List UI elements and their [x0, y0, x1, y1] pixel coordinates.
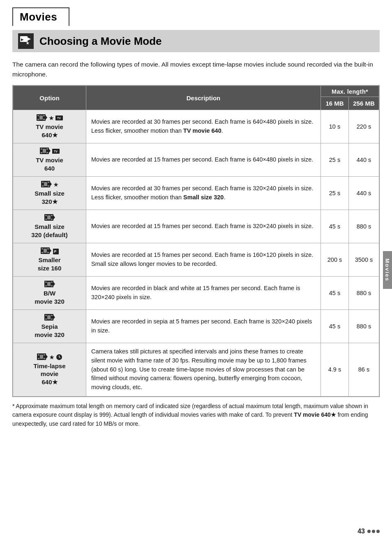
description-cell-4: Movies are recorded at 15 frames per sec…	[86, 243, 321, 277]
table-row: Small size320 (default)Movies are record…	[13, 210, 379, 243]
256mb-cell-2: 440 s	[349, 177, 379, 210]
256mb-cell-4: 3500 s	[349, 243, 379, 277]
svg-rect-19	[43, 149, 46, 153]
option-cell-0: ★TVTV movie640★	[13, 110, 86, 143]
page-dot-1	[367, 530, 371, 533]
256mb-cell-0: 220 s	[349, 110, 379, 143]
svg-text:TV: TV	[54, 150, 58, 153]
th-description: Description	[86, 86, 321, 110]
table-row: ★TVTV movie640★Movies are recorded at 30…	[13, 110, 379, 143]
svg-marker-23	[50, 182, 52, 186]
16mb-cell-6: 45 s	[321, 310, 349, 343]
svg-rect-26	[42, 185, 44, 187]
svg-marker-1	[28, 37, 31, 41]
option-cell-5: B/Wmovie 320	[13, 277, 86, 310]
table-row: B/Wmovie 320Movies are recorded in black…	[13, 277, 379, 310]
description-cell-1: Movies are recorded at 15 frames per sec…	[86, 143, 321, 177]
256mb-cell-3: 880 s	[349, 210, 379, 243]
page-title-area: Movies	[0, 0, 392, 26]
side-tab: Movies	[383, 251, 392, 289]
option-cell-1: TVTV movie640	[13, 143, 86, 177]
page-number: 43	[357, 528, 365, 535]
description-cell-6: Movies are recorded in sepia at 5 frames…	[86, 310, 321, 343]
description-cell-3: Movies are recorded at 15 frames per sec…	[86, 210, 321, 243]
svg-text:TV: TV	[57, 117, 61, 120]
svg-rect-31	[45, 215, 47, 216]
description-cell-2: Movies are recorded at 30 frames per sec…	[86, 177, 321, 210]
section-heading-bar: ▶ ★ Choosing a Movie Mode	[12, 30, 380, 52]
svg-rect-63	[38, 358, 39, 359]
th-option: Option	[13, 86, 86, 110]
svg-rect-17	[41, 152, 42, 153]
page-dots	[367, 530, 380, 533]
svg-rect-47	[45, 282, 47, 283]
svg-rect-42	[44, 249, 47, 253]
16mb-cell-1: 25 s	[321, 143, 349, 177]
svg-rect-41	[47, 252, 49, 253]
svg-rect-27	[48, 185, 49, 187]
svg-rect-15	[41, 148, 42, 150]
table-row: ★Time-lapsemovie640★Camera takes still p…	[13, 343, 379, 397]
svg-marker-37	[50, 249, 51, 253]
svg-text:▶: ▶	[21, 38, 24, 42]
svg-rect-34	[51, 219, 53, 220]
256mb-cell-1: 440 s	[349, 143, 379, 177]
page-dot-2	[372, 530, 375, 533]
svg-rect-9	[43, 119, 45, 120]
svg-rect-18	[46, 152, 48, 153]
table-row: ★Small size320★Movies are recorded at 30…	[13, 177, 379, 210]
svg-rect-32	[51, 215, 53, 216]
description-cell-0: Movies are recorded at 30 frames per sec…	[86, 110, 321, 143]
svg-rect-28	[44, 182, 47, 186]
svg-text:★: ★	[26, 41, 30, 45]
description-cell-5: Movies are recorded in black and white a…	[86, 277, 321, 310]
svg-rect-58	[47, 315, 51, 319]
svg-rect-51	[47, 282, 51, 286]
svg-rect-24	[42, 182, 44, 183]
svg-rect-6	[37, 115, 39, 116]
16mb-cell-7: 4.9 s	[321, 343, 349, 397]
footnote: * Approximate maximum total length on me…	[12, 402, 380, 429]
main-table-wrap: Option Description Max. length* 16 MB 25…	[12, 85, 380, 397]
section-heading-text: Choosing a Movie Mode	[39, 35, 162, 48]
256mb-cell-7: 86 s	[349, 343, 379, 397]
description-cell-7: Camera takes still pictures at specified…	[86, 343, 321, 397]
svg-marker-14	[49, 149, 51, 153]
svg-rect-55	[51, 315, 53, 316]
svg-rect-50	[51, 285, 53, 286]
th-16mb: 16 MB	[321, 97, 349, 110]
svg-rect-38	[42, 248, 43, 249]
svg-marker-53	[53, 315, 55, 319]
svg-rect-64	[44, 358, 45, 359]
svg-rect-35	[47, 215, 51, 219]
svg-rect-16	[46, 148, 48, 150]
option-cell-2: ★Small size320★	[13, 177, 86, 210]
svg-rect-40	[42, 252, 43, 253]
svg-rect-61	[38, 354, 39, 355]
svg-rect-62	[44, 354, 45, 355]
option-cell-7: ★Time-lapsemovie640★	[13, 343, 86, 397]
svg-rect-56	[45, 318, 47, 320]
page-dot-3	[376, 530, 380, 533]
table-row: PSmallersize 160Movies are recorded at 1…	[13, 243, 379, 277]
section-icon-box: ▶ ★	[18, 33, 34, 49]
256mb-cell-6: 880 s	[349, 310, 379, 343]
svg-rect-7	[43, 115, 45, 116]
th-maxlength: Max. length*	[321, 86, 379, 97]
16mb-cell-4: 200 s	[321, 243, 349, 277]
svg-marker-60	[46, 355, 48, 359]
svg-rect-8	[37, 119, 39, 120]
intro-text: The camera can record the following type…	[12, 60, 380, 79]
16mb-cell-5: 45 s	[321, 277, 349, 310]
th-256mb: 256 MB	[349, 97, 379, 110]
page-title: Movies	[12, 7, 69, 26]
svg-rect-49	[45, 285, 47, 286]
svg-text:P: P	[54, 249, 57, 254]
table-row: Sepiamovie 320Movies are recorded in sep…	[13, 310, 379, 343]
16mb-cell-2: 25 s	[321, 177, 349, 210]
movie-modes-table: Option Description Max. length* 16 MB 25…	[13, 85, 379, 397]
option-cell-4: PSmallersize 160	[13, 243, 86, 277]
svg-rect-33	[45, 219, 47, 220]
16mb-cell-3: 45 s	[321, 210, 349, 243]
256mb-cell-5: 880 s	[349, 277, 379, 310]
